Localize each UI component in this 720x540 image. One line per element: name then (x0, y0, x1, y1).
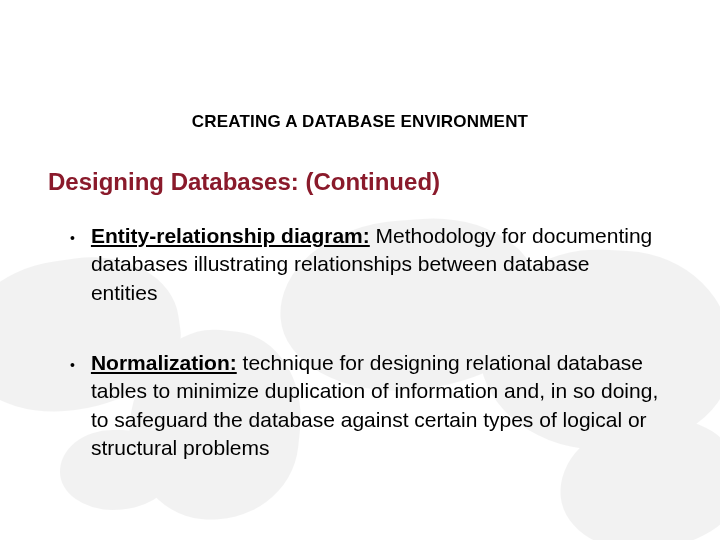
section-title: Designing Databases: (Continued) (48, 168, 440, 196)
bullet-text: Entity-relationship diagram: Methodology… (91, 222, 660, 307)
list-item: • Entity-relationship diagram: Methodolo… (70, 222, 660, 307)
slide: CREATING A DATABASE ENVIRONMENT Designin… (0, 0, 720, 540)
slide-header: CREATING A DATABASE ENVIRONMENT (0, 112, 720, 132)
list-item: • Normalization: technique for designing… (70, 349, 660, 462)
bullet-text: Normalization: technique for designing r… (91, 349, 660, 462)
bullet-icon: • (70, 358, 75, 372)
bullet-icon: • (70, 231, 75, 245)
bullet-term: Normalization: (91, 351, 237, 374)
bullet-term: Entity-relationship diagram: (91, 224, 370, 247)
bullet-list: • Entity-relationship diagram: Methodolo… (70, 222, 660, 504)
